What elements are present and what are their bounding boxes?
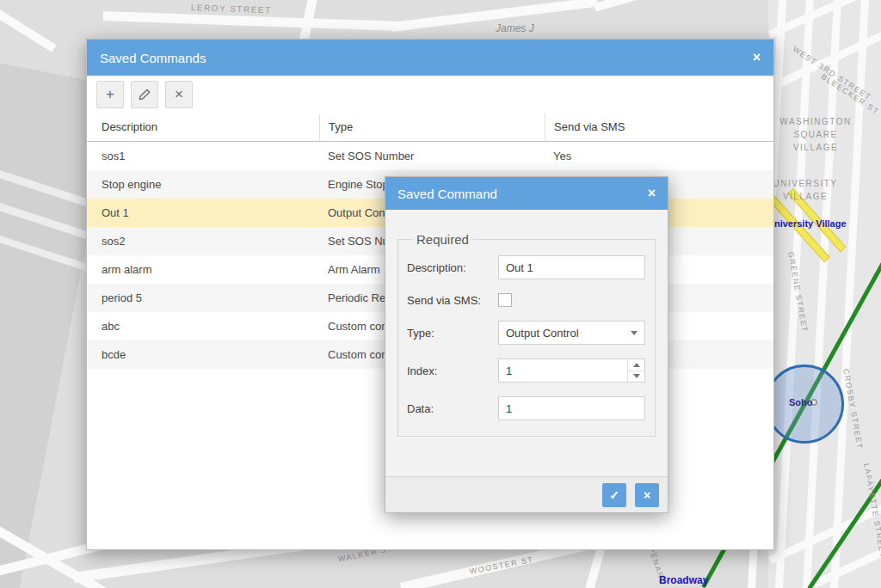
street-segment <box>103 11 396 31</box>
cell-description: arm alarm <box>87 255 319 284</box>
column-header-description[interactable]: Description <box>87 113 319 141</box>
street-segment <box>594 0 753 12</box>
cancel-button[interactable]: × <box>635 483 659 507</box>
stepper-up-button[interactable] <box>628 359 644 371</box>
cell-description: sos1 <box>87 142 319 170</box>
column-header-type[interactable]: Type <box>319 113 545 141</box>
cross-icon: × <box>175 86 183 103</box>
saved-command-header[interactable]: Saved Command × <box>385 177 668 210</box>
area-label-line: WASHINGTON <box>773 115 859 128</box>
close-icon[interactable]: × <box>648 187 656 200</box>
street-segment <box>391 0 598 32</box>
cell-description: abc <box>87 312 319 340</box>
data-label: Data: <box>407 402 498 415</box>
area-label-line: SQUARE <box>773 128 859 141</box>
table-row[interactable]: sos1 Set SOS Number Yes <box>87 142 773 170</box>
remove-command-button[interactable]: × <box>165 81 193 108</box>
cell-description: Out 1 <box>87 199 319 227</box>
add-command-button[interactable]: + <box>96 81 124 108</box>
send-via-sms-label: Send via SMS: <box>407 294 498 307</box>
cell-type: Set SOS Number <box>319 142 545 170</box>
saved-command-form: Required Description: Send via SMS: Type… <box>385 210 668 476</box>
form-row-description: Description: <box>407 255 646 279</box>
index-stepper <box>498 358 645 383</box>
form-row-data: Data: <box>407 396 646 420</box>
saved-command-dialog: Saved Command × Required Description: Se… <box>385 176 668 513</box>
grid-header: Description Type Send via SMS <box>87 113 773 142</box>
map-label-james: James J <box>496 22 534 34</box>
street-label-wooster: WOOSTER ST <box>469 555 534 576</box>
type-label: Type: <box>407 327 498 340</box>
area-label-washington-square-village: WASHINGTON SQUARE VILLAGE <box>773 115 859 154</box>
index-field[interactable] <box>499 359 627 382</box>
pencil-icon <box>139 89 151 101</box>
ok-button[interactable]: ✓ <box>602 483 626 507</box>
send-via-sms-checkbox[interactable] <box>498 293 512 307</box>
close-icon[interactable]: × <box>753 51 761 64</box>
poi-label-soho: Soho <box>789 397 813 407</box>
data-field[interactable] <box>498 396 645 420</box>
chevron-down-icon <box>631 331 638 335</box>
street-segment <box>0 2 57 52</box>
fieldset-legend: Required <box>412 232 473 247</box>
stepper-buttons <box>627 359 644 382</box>
cell-sms: Yes <box>545 142 773 170</box>
triangle-down-icon <box>633 374 640 378</box>
area-label-line: VILLAGE <box>773 141 859 154</box>
check-icon: ✓ <box>609 488 619 502</box>
triangle-up-icon <box>633 363 640 367</box>
street-label-broadway: Broadway <box>659 574 708 586</box>
type-select-value: Output Control <box>506 327 579 340</box>
plus-icon: + <box>106 86 114 103</box>
cell-description: period 5 <box>87 284 319 312</box>
poi-label-university-village: University Village <box>767 218 847 229</box>
description-label: Description: <box>407 261 498 274</box>
cross-icon: × <box>644 488 650 502</box>
form-row-index: Index: <box>407 358 646 383</box>
dialog-footer: ✓ × <box>385 476 668 512</box>
stepper-down-button[interactable] <box>628 371 644 383</box>
saved-commands-header[interactable]: Saved Commands × <box>87 40 773 76</box>
window-title: Saved Commands <box>100 51 206 65</box>
required-fieldset: Required Description: Send via SMS: Type… <box>397 232 656 437</box>
cell-description: Stop engine <box>87 170 319 199</box>
dialog-title: Saved Command <box>397 187 497 201</box>
cell-description: sos2 <box>87 227 319 255</box>
description-field[interactable] <box>498 255 645 279</box>
form-row-type: Type: Output Control <box>407 321 646 345</box>
form-row-sms: Send via SMS: <box>407 293 646 307</box>
cell-description: bcde <box>87 340 319 369</box>
type-select[interactable]: Output Control <box>498 321 645 345</box>
index-label: Index: <box>407 364 498 377</box>
commands-toolbar: + × <box>87 76 773 113</box>
column-header-send-via-sms[interactable]: Send via SMS <box>545 113 773 141</box>
edit-command-button[interactable] <box>131 81 158 108</box>
app-root: LEROY STREET James J WEST 3RD STREET BLE… <box>0 0 881 588</box>
street-label-leroy: LEROY STREET <box>191 3 272 15</box>
